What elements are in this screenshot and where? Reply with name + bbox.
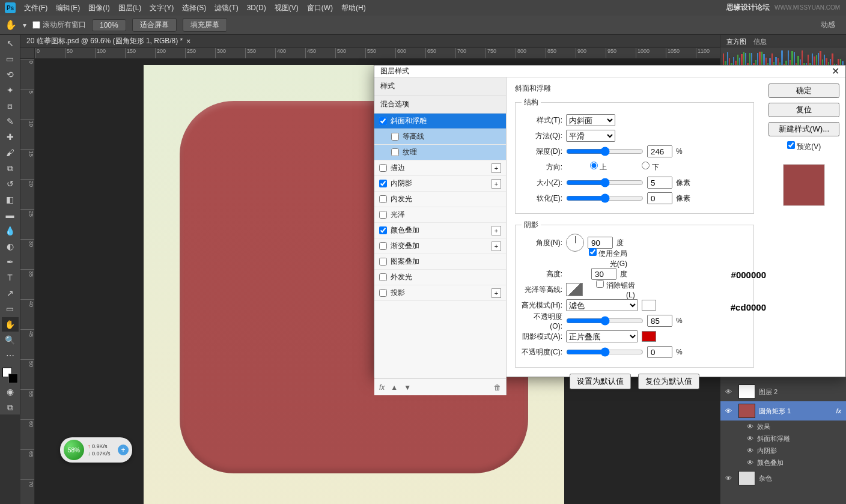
style-stroke[interactable]: 描边+ [374, 160, 506, 176]
shadow-opacity-slider[interactable] [566, 347, 644, 357]
menu-view[interactable]: 视图(V) [275, 3, 299, 13]
menu-3d[interactable]: 3D(D) [247, 4, 266, 12]
color-swatches[interactable] [2, 368, 18, 383]
effect-inner-shadow[interactable]: 👁内阴影 [720, 445, 846, 457]
contour-picker[interactable] [566, 283, 583, 296]
crop-tool[interactable]: ⧈ [2, 99, 19, 113]
eraser-tool[interactable]: ◧ [2, 192, 19, 207]
fit-screen-button[interactable]: 适合屏幕 [132, 18, 177, 32]
highlight-color-swatch[interactable] [642, 300, 656, 311]
heal-tool[interactable]: ✚ [2, 130, 19, 144]
style-bevel[interactable]: 斜面和浮雕 [374, 114, 506, 129]
eyedropper-tool[interactable]: ✎ [2, 114, 19, 129]
eye-icon[interactable]: 👁 [725, 475, 735, 482]
soften-slider[interactable] [566, 193, 644, 203]
angle-dial[interactable] [566, 234, 584, 252]
wand-tool[interactable]: ✦ [2, 83, 19, 97]
effect-color-overlay[interactable]: 👁颜色叠加 [720, 457, 846, 469]
highlight-mode-select[interactable]: 滤色 [566, 299, 638, 311]
tab-info[interactable]: 信息 [753, 37, 767, 46]
technique-select[interactable]: 平滑 [566, 130, 615, 142]
highlight-opacity-input[interactable] [647, 315, 672, 327]
reset-default-button[interactable]: 复位为默认值 [638, 374, 699, 389]
menu-image[interactable]: 图像(I) [88, 3, 109, 13]
blur-tool[interactable]: 💧 [2, 223, 19, 238]
dodge-tool[interactable]: ◐ [2, 239, 19, 254]
shadow-mode-select[interactable]: 正片叠底 [566, 330, 638, 342]
preview-checkbox[interactable]: 预览(V) [768, 141, 839, 152]
style-inner-shadow[interactable]: 内阴影+ [374, 176, 506, 192]
shadow-opacity-input[interactable] [647, 346, 672, 358]
brush-tool[interactable]: 🖌 [2, 145, 19, 160]
altitude-input[interactable] [591, 268, 616, 280]
soften-input[interactable] [647, 192, 672, 204]
plus-icon[interactable]: + [491, 241, 501, 251]
marquee-tool[interactable]: ▭ [2, 52, 19, 66]
zoom-tool[interactable]: 🔍 [2, 333, 19, 347]
plus-icon[interactable]: + [118, 445, 129, 455]
plus-icon[interactable]: + [491, 226, 501, 235]
style-inner-glow[interactable]: 内发光 [374, 192, 506, 207]
menu-select[interactable]: 选择(S) [182, 3, 206, 13]
reset-button[interactable]: 复位 [768, 103, 839, 117]
shape-tool[interactable]: ▭ [2, 302, 19, 316]
up-icon[interactable]: ▲ [391, 383, 398, 392]
effect-bevel[interactable]: 👁斜面和浮雕 [720, 433, 846, 445]
move-tool[interactable]: ↖ [2, 36, 19, 50]
fx-icon[interactable]: fx [379, 383, 385, 392]
plus-icon[interactable]: + [491, 163, 501, 173]
style-drop-shadow[interactable]: 投影+ [374, 285, 506, 301]
type-tool[interactable]: T [2, 270, 19, 285]
eye-icon[interactable]: 👁 [747, 423, 753, 430]
depth-slider[interactable] [566, 147, 644, 156]
plus-icon[interactable]: + [491, 179, 501, 189]
style-select[interactable]: 内斜面 [566, 114, 615, 126]
effects-header[interactable]: 👁效果 [720, 421, 846, 433]
antialias-checkbox[interactable]: 消除锯齿(L) [594, 280, 635, 299]
blending-header[interactable]: 混合选项 [374, 96, 506, 114]
eye-icon[interactable]: 👁 [747, 435, 753, 442]
depth-input[interactable] [647, 145, 672, 157]
down-icon[interactable]: ▼ [404, 383, 411, 392]
quickmask-tool[interactable]: ◉ [2, 384, 19, 399]
shadow-color-swatch[interactable] [642, 331, 656, 342]
style-outer-glow[interactable]: 外发光 [374, 270, 506, 285]
size-input[interactable] [647, 177, 672, 189]
menu-help[interactable]: 帮助(H) [341, 3, 366, 13]
make-default-button[interactable]: 设置为默认值 [570, 374, 631, 389]
eye-icon[interactable]: 👁 [747, 447, 753, 454]
tab-histogram[interactable]: 直方图 [726, 37, 746, 46]
stamp-tool[interactable]: ⧉ [2, 161, 19, 175]
new-style-button[interactable]: 新建样式(W)... [768, 122, 839, 136]
dir-up-radio[interactable]: 上 [566, 162, 607, 172]
menu-type[interactable]: 文字(Y) [150, 3, 174, 13]
scroll-all-checkbox[interactable]: 滚动所有窗口 [32, 20, 86, 30]
menu-filter[interactable]: 滤镜(T) [215, 3, 238, 13]
close-icon[interactable]: ✕ [832, 65, 839, 77]
menu-edit[interactable]: 编辑(E) [56, 3, 80, 13]
eye-icon[interactable]: 👁 [747, 459, 753, 466]
menu-window[interactable]: 窗口(W) [307, 3, 333, 13]
ok-button[interactable]: 确定 [768, 83, 839, 98]
menu-layer[interactable]: 图层(L) [118, 3, 142, 13]
zoom-field[interactable]: 100% [92, 19, 126, 31]
pen-tool[interactable]: ✒ [2, 255, 19, 269]
style-color-overlay[interactable]: 颜色叠加+ [374, 223, 506, 238]
history-brush-tool[interactable]: ↺ [2, 177, 19, 191]
menu-file[interactable]: 文件(F) [24, 3, 47, 13]
more-tool[interactable]: ⋯ [2, 348, 19, 363]
path-tool[interactable]: ↗ [2, 286, 19, 300]
style-satin[interactable]: 光泽 [374, 207, 506, 223]
hand-tool[interactable]: ✋ [2, 317, 19, 332]
style-contour[interactable]: 等高线 [374, 129, 506, 145]
styles-header[interactable]: 样式 [374, 77, 506, 96]
eye-icon[interactable]: 👁 [725, 407, 735, 414]
highlight-opacity-slider[interactable] [566, 316, 644, 326]
screenmode-tool[interactable]: ⧉ [2, 400, 19, 414]
style-pattern-overlay[interactable]: 图案叠加 [374, 254, 506, 270]
global-light-checkbox[interactable]: 使用全局光(G) [586, 248, 627, 269]
style-gradient-overlay[interactable]: 渐变叠加+ [374, 238, 506, 254]
size-slider[interactable] [566, 178, 644, 187]
document-tab[interactable]: 20 临摹图标.psd @ 69.6% (圆角矩形 1, RGB/8) * × [20, 35, 720, 48]
trash-icon[interactable]: 🗑 [494, 383, 501, 392]
